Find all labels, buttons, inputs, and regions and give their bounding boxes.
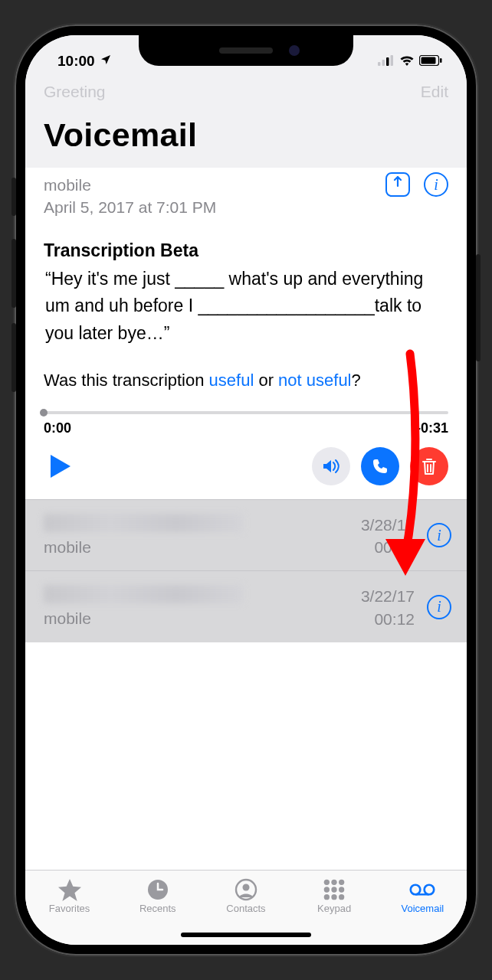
svg-point-18 bbox=[339, 894, 344, 900]
voicemail-datetime: April 5, 2017 at 7:01 PM bbox=[44, 196, 448, 218]
page-title: Voicemail bbox=[25, 116, 467, 158]
tab-label: Voicemail bbox=[402, 903, 444, 914]
tab-label: Favorites bbox=[49, 903, 90, 914]
transcription-feedback: Was this transcription useful or not use… bbox=[44, 368, 448, 393]
clock-icon bbox=[145, 878, 171, 901]
info-button[interactable]: i bbox=[424, 172, 448, 197]
feedback-not-useful-link[interactable]: not useful bbox=[278, 371, 351, 390]
voicemail-row-duration: 00:12 bbox=[361, 608, 415, 630]
playback-remaining: –0:31 bbox=[413, 420, 448, 436]
volume-down-button bbox=[11, 323, 16, 392]
svg-point-13 bbox=[324, 887, 330, 892]
tab-recents[interactable]: Recents bbox=[113, 878, 202, 914]
location-arrow-icon bbox=[100, 53, 112, 70]
contact-icon bbox=[233, 878, 259, 901]
tab-bar: Favorites Recents Contacts bbox=[25, 870, 467, 945]
playback-elapsed: 0:00 bbox=[44, 420, 71, 436]
svg-point-11 bbox=[332, 880, 337, 885]
tab-favorites[interactable]: Favorites bbox=[25, 878, 113, 914]
greeting-button[interactable]: Greeting bbox=[44, 83, 106, 101]
edit-button[interactable]: Edit bbox=[421, 83, 448, 101]
speaker-button[interactable] bbox=[312, 447, 350, 485]
svg-rect-0 bbox=[378, 62, 381, 66]
status-time: 10:00 bbox=[57, 53, 95, 70]
svg-point-9 bbox=[242, 884, 249, 891]
svg-point-10 bbox=[324, 880, 330, 885]
phone-frame: 10:00 bbox=[15, 24, 477, 956]
battery-icon bbox=[419, 53, 442, 70]
feedback-text-prefix: Was this transcription bbox=[44, 371, 209, 390]
power-button bbox=[476, 254, 481, 361]
feedback-text-or: or bbox=[254, 371, 278, 390]
svg-rect-2 bbox=[386, 57, 389, 66]
tab-label: Contacts bbox=[226, 903, 265, 914]
voicemail-caller-redacted bbox=[44, 585, 243, 603]
star-icon bbox=[57, 878, 83, 901]
svg-point-19 bbox=[411, 885, 421, 895]
voicemail-row-duration: 00:05 bbox=[361, 536, 415, 558]
playback-scrubber[interactable]: 0:00 –0:31 bbox=[44, 411, 448, 436]
feedback-text-q: ? bbox=[352, 371, 361, 390]
voicemail-row-phone-type: mobile bbox=[44, 538, 361, 557]
svg-point-15 bbox=[339, 887, 344, 892]
voicemail-detail: i mobile April 5, 2017 at 7:01 PM Transc… bbox=[25, 168, 467, 499]
voicemail-icon bbox=[409, 878, 435, 901]
wifi-icon bbox=[399, 53, 415, 70]
svg-point-12 bbox=[339, 880, 344, 885]
feedback-useful-link[interactable]: useful bbox=[209, 371, 254, 390]
home-indicator[interactable] bbox=[181, 933, 311, 937]
voicemail-caller-redacted bbox=[44, 514, 243, 532]
tab-label: Recents bbox=[139, 903, 176, 914]
svg-point-16 bbox=[324, 894, 330, 900]
transcription-body: “Hey it's me just _____ what's up and ev… bbox=[44, 266, 448, 348]
call-back-button[interactable] bbox=[361, 447, 399, 485]
volume-up-button bbox=[11, 239, 16, 308]
play-button[interactable] bbox=[44, 449, 77, 483]
share-button[interactable] bbox=[385, 172, 410, 197]
screen: 10:00 bbox=[25, 35, 467, 945]
notch bbox=[139, 35, 353, 66]
svg-point-14 bbox=[332, 887, 337, 892]
cellular-signal-icon bbox=[378, 53, 395, 70]
svg-rect-1 bbox=[382, 60, 385, 66]
svg-point-20 bbox=[425, 885, 435, 895]
voicemail-row[interactable]: mobile 3/28/17 00:05 i bbox=[25, 499, 467, 571]
tab-contacts[interactable]: Contacts bbox=[202, 878, 290, 914]
voicemail-row-phone-type: mobile bbox=[44, 609, 361, 628]
info-button[interactable]: i bbox=[427, 523, 451, 547]
voicemail-list: mobile 3/28/17 00:05 i mobile 3/22/17 bbox=[25, 499, 467, 643]
info-button[interactable]: i bbox=[427, 595, 451, 619]
voicemail-row-date: 3/28/17 bbox=[361, 514, 415, 536]
keypad-icon bbox=[321, 878, 347, 901]
voicemail-row[interactable]: mobile 3/22/17 00:12 i bbox=[25, 570, 467, 642]
delete-button[interactable] bbox=[410, 447, 448, 485]
svg-rect-6 bbox=[440, 58, 442, 63]
tab-label: Keypad bbox=[317, 903, 351, 914]
transcription-title: Transcription Beta bbox=[44, 240, 448, 261]
svg-rect-5 bbox=[421, 57, 436, 64]
tab-voicemail[interactable]: Voicemail bbox=[379, 878, 467, 914]
scrubber-thumb[interactable] bbox=[40, 409, 48, 416]
mute-switch bbox=[11, 178, 16, 216]
voicemail-row-date: 3/22/17 bbox=[361, 585, 415, 607]
tab-keypad[interactable]: Keypad bbox=[290, 878, 379, 914]
svg-point-17 bbox=[332, 894, 337, 900]
svg-rect-3 bbox=[391, 55, 394, 66]
